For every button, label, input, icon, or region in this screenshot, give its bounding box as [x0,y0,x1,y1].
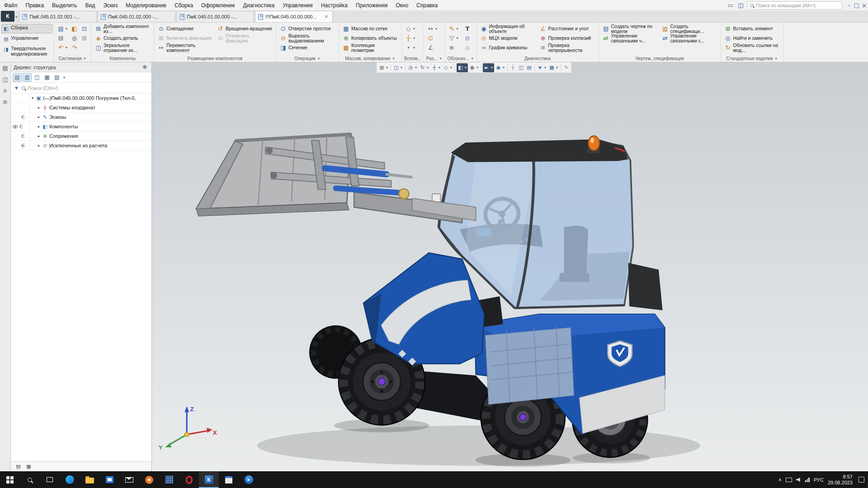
expand-arrow-icon[interactable] [30,105,42,110]
normal-to-button[interactable] [442,63,453,72]
expand-arrow-icon[interactable] [30,143,42,148]
distance-angle-button[interactable]: Расстояние и угол [538,24,596,33]
auxiliary-axis-button[interactable] [404,33,421,43]
tree-toolbar-caret-icon[interactable] [62,75,66,80]
tree-row-mates[interactable]: Є Сопряжения [11,131,151,141]
group-label-placement[interactable]: Размещение компонентов [156,55,274,62]
menu-diagnostics[interactable]: Диагностика [239,0,279,10]
cab-roof[interactable] [451,139,628,162]
object-info-button[interactable]: Информация об объекте [479,24,537,33]
taskbar-app-editor[interactable] [219,471,239,488]
close-button[interactable] [860,1,868,9]
roughness-designation-button[interactable] [448,33,462,43]
taskbar-app-edge[interactable] [60,471,80,488]
open-document-button[interactable] [70,24,79,33]
print-button[interactable] [57,33,69,43]
command-search[interactable] [747,1,842,9]
menu-modeling[interactable]: Моделирование [122,0,170,10]
tray-chevron-up-icon[interactable] [778,477,782,483]
menu-window[interactable]: Окно [392,0,412,10]
viewports-layout-button[interactable] [392,63,404,72]
group-label-system[interactable]: Системная [57,55,89,62]
application-menu-button[interactable]: К [1,11,14,22]
document-tab-2[interactable]: ПмК.045.01.02.000 -... [98,11,175,22]
expand-arrow-icon[interactable] [30,96,35,100]
visibility-button[interactable] [495,63,506,72]
mode-solid-modeling[interactable]: Твердотельное моделирование [1,45,52,57]
menu-help[interactable]: Справка [412,0,442,10]
group-label-dimensions[interactable]: Раз... [426,55,443,62]
marker-designation-button[interactable] [463,33,474,43]
cut-extrude-button[interactable]: Вырезать выдавливанием [278,33,336,43]
tree-view-structure-button[interactable] [13,73,22,82]
taskbar-app-explorer[interactable] [80,471,99,488]
group-label-auxiliary[interactable]: Вспом... [404,55,421,62]
group-label-diagnostics[interactable]: Диагностика [479,55,596,62]
angle-dimension-button[interactable] [426,43,443,52]
diameter-dimension-button[interactable] [426,33,443,43]
clip-planes-button[interactable] [517,63,525,72]
create-specification-button[interactable]: Создать спецификаци... [660,24,718,33]
create-part-button[interactable]: Создать деталь [94,33,151,43]
snap-button[interactable] [509,63,517,72]
pan-button[interactable] [430,63,442,72]
menu-applications[interactable]: Приложения [352,0,392,10]
manage-linked-specs-button[interactable]: Управление связанными с... [660,33,718,43]
section-button[interactable]: Сечение [278,43,336,52]
document-tab-3[interactable]: ПмК.045.01.00.000 -... [176,11,254,22]
taskbar-app-spreadsheet[interactable] [159,471,179,488]
move-component-button[interactable]: Переместить компонент [156,43,214,52]
taskbar-app-player[interactable] [239,471,259,488]
visibility-eye-icon[interactable] [13,125,18,128]
clipboard-button[interactable] [80,33,89,43]
taskbar-app-orange[interactable] [139,471,159,488]
group-label-array-copy[interactable]: Массив, копирование [341,55,399,62]
group-label-designations[interactable]: Обознач... [448,55,474,62]
tree-row-excluded[interactable]: Є Исключенные из расчета [11,141,151,150]
document-tab-4-active[interactable]: !!!ПмК.045.00.00.000... × [255,11,333,22]
grid-array-button[interactable]: Массив по сетке [341,24,399,33]
display-mode-button[interactable] [468,63,480,72]
continuity-check-button[interactable]: Проверка непрерывности [538,43,596,52]
panels-icon[interactable] [737,1,745,9]
selection-filter-button[interactable] [483,63,494,72]
orientation-cube-button[interactable] [457,63,468,72]
add-component-button[interactable]: Добавить компонент из... [94,24,151,33]
tree-tab-execution-icon[interactable] [25,463,33,470]
update-model-links-button[interactable]: Обновить ссылки на мод... [723,43,781,52]
display-grid-button[interactable] [548,63,559,72]
action-center-button[interactable] [859,477,864,483]
tree-view-zones-button[interactable] [52,73,61,82]
mode-assembly[interactable]: Сборка [1,24,52,33]
expand-arrow-icon[interactable] [30,124,42,129]
control-point-button[interactable] [404,43,421,52]
copy-objects-button[interactable]: Копировать объекты [341,33,399,43]
snap-grid-button[interactable] [378,63,389,72]
tree-tab-structure-icon[interactable] [14,463,22,470]
document-tab-1[interactable]: ПмК.045.01.02.001 -... [19,11,97,22]
tree-view-grouping-button[interactable] [33,73,42,82]
tab-close-button[interactable]: × [323,14,330,20]
menu-file[interactable]: Файл [0,0,22,10]
mass-properties-button[interactable]: МЦХ модели [479,33,537,43]
axis-designation-button[interactable] [463,43,474,52]
radiator-grille[interactable] [485,328,574,404]
insert-element-button[interactable]: Вставить элемент [723,24,781,33]
mode-management[interactable]: Управление [1,34,52,44]
gear-icon[interactable] [141,63,149,71]
taskbar-app-kompas[interactable] [199,471,219,488]
tree-row-components[interactable]: Є Компоненты [11,122,151,131]
command-search-input[interactable] [756,3,840,8]
model-canvas[interactable]: Z X Y [152,62,868,471]
tree-row-sketches[interactable]: Є Эскизы [11,113,151,122]
3d-viewport[interactable]: Z X Y [152,62,868,471]
menu-settings[interactable]: Настройка [317,0,352,10]
group-label-drawing-spec[interactable]: Чертеж, спецификация [601,55,718,62]
minimize-button[interactable] [845,1,853,9]
annotation-pen-button[interactable] [562,63,570,72]
menu-edit[interactable]: Правка [22,0,48,10]
menu-management[interactable]: Управление [278,0,317,10]
structure-panel-icon[interactable] [1,75,9,83]
panel-menu-icon[interactable] [1,98,9,106]
tree-row-root[interactable]: (—)ПмК.045.00.00.000 Погрузчик (Тел-0, [11,94,151,103]
